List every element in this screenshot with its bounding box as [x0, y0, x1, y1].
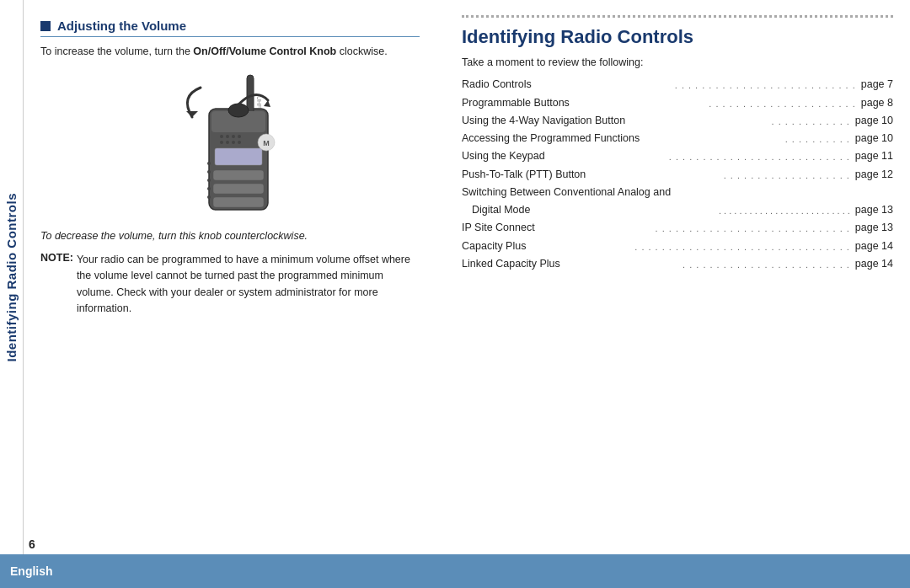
language-label: English: [10, 564, 53, 578]
para1-text: To increase the volume, turn the: [40, 45, 193, 57]
toc-row-4: Using the Keypad . . . . . . . . . . . .…: [462, 147, 893, 165]
toc-row-0: Radio Controls . . . . . . . . . . . . .…: [462, 76, 893, 94]
para1-end: clockwise.: [336, 45, 387, 57]
toc-dots-3: . . . . . . . . . .: [640, 131, 852, 149]
toc-label-2: Using the 4-Way Navigation Button: [462, 112, 625, 130]
svg-point-11: [238, 141, 241, 144]
svg-text:UHF: UHF: [256, 96, 262, 108]
toc-dots-7: . . . . . . . . . . . . . . . . . . . . …: [535, 221, 852, 238]
svg-rect-13: [213, 170, 264, 180]
svg-rect-12: [215, 148, 262, 165]
toc-page-9: page 14: [855, 255, 893, 273]
toc-label-9: Linked Capacity Plus: [462, 255, 560, 273]
toc-label-3: Accessing the Programmed Functions: [462, 130, 640, 147]
toc-dots-4: . . . . . . . . . . . . . . . . . . . . …: [545, 149, 852, 167]
left-section-header: Adjusting the Volume: [40, 19, 420, 37]
toc-label-5: Push-To-Talk (PTT) Button: [462, 166, 586, 184]
toc-row-2: Using the 4-Way Navigation Button . . . …: [462, 112, 893, 130]
svg-text:M: M: [263, 139, 270, 147]
toc-row-8: Capacity Plus . . . . . . . . . . . . . …: [462, 238, 893, 255]
toc-label-1: Programmable Buttons: [462, 94, 570, 112]
toc-row-7: IP Site Connect . . . . . . . . . . . . …: [462, 219, 893, 237]
toc-dots-9: . . . . . . . . . . . . . . . . . . . . …: [560, 257, 852, 275]
para2: To decrease the volume, turn this knob c…: [40, 228, 420, 244]
bottom-bar: English: [0, 554, 910, 588]
toc-list: Radio Controls . . . . . . . . . . . . .…: [462, 76, 893, 273]
svg-point-6: [232, 135, 235, 138]
toc-label-0: Radio Controls: [462, 76, 532, 94]
toc-intro: Take a moment to review the following:: [462, 55, 893, 71]
toc-dots-2: . . . . . . . . . . . .: [625, 114, 852, 131]
radio-illustration: UHF M: [146, 71, 314, 218]
toc-page-7: page 13: [855, 219, 893, 237]
svg-point-7: [238, 135, 241, 138]
para1-bold: On/Off/Volume Control Knob: [193, 45, 336, 57]
svg-point-23: [207, 179, 211, 182]
toc-label-4: Using the Keypad: [462, 147, 545, 165]
toc-page-1: page 8: [861, 94, 893, 112]
toc-page-4: page 11: [855, 147, 893, 165]
sidebar-label: Identifying Radio Controls: [4, 193, 19, 362]
main-content: Adjusting the Volume To increase the vol…: [24, 0, 910, 554]
svg-point-22: [207, 170, 211, 174]
svg-marker-20: [264, 100, 270, 107]
svg-point-21: [207, 162, 211, 165]
svg-point-4: [220, 135, 223, 138]
svg-rect-15: [213, 197, 264, 207]
toc-dots-6: . . . . . . . . . . . . . . . . . . . . …: [530, 203, 851, 221]
toc-page-3: page 10: [855, 130, 893, 147]
svg-point-10: [232, 141, 235, 144]
toc-dots-8: . . . . . . . . . . . . . . . . . . . . …: [526, 239, 851, 257]
toc-page-0: page 7: [861, 76, 893, 94]
svg-point-24: [207, 187, 211, 190]
para1: To increase the volume, turn the On/Off/…: [40, 44, 420, 60]
svg-point-5: [226, 135, 229, 138]
svg-rect-14: [213, 184, 264, 194]
note-label: NOTE:: [40, 252, 73, 318]
svg-point-8: [220, 141, 223, 144]
radio-image: UHF M: [40, 68, 420, 220]
toc-row-6-line1: Switching Between Conventional Analog an…: [462, 184, 893, 201]
toc-row-3: Accessing the Programmed Functions . . .…: [462, 130, 893, 147]
right-column: Identifying Radio Controls Take a moment…: [436, 0, 910, 554]
section-marker: [40, 21, 51, 31]
toc-label-8: Capacity Plus: [462, 238, 526, 255]
toc-label-6b: Digital Mode: [462, 201, 530, 219]
note-text: Your radio can be programmed to have a m…: [77, 252, 420, 318]
toc-row-1: Programmable Buttons . . . . . . . . . .…: [462, 94, 893, 112]
svg-marker-19: [186, 111, 198, 117]
toc-row-9: Linked Capacity Plus . . . . . . . . . .…: [462, 255, 893, 273]
toc-label-7: IP Site Connect: [462, 219, 535, 237]
toc-page-8: page 14: [855, 238, 893, 255]
toc-row-6-line2: Digital Mode . . . . . . . . . . . . . .…: [462, 201, 893, 219]
right-col-header: Identifying Radio Controls: [462, 15, 893, 48]
svg-point-9: [226, 141, 229, 144]
right-section-title: Identifying Radio Controls: [462, 26, 893, 48]
toc-row-5: Push-To-Talk (PTT) Button . . . . . . . …: [462, 166, 893, 184]
svg-point-25: [207, 195, 211, 199]
toc-dots-1: . . . . . . . . . . . . . . . . . . . . …: [570, 96, 858, 114]
left-section-title: Adjusting the Volume: [57, 19, 186, 33]
left-column: Adjusting the Volume To increase the vol…: [24, 0, 436, 554]
toc-label-6a: Switching Between Conventional Analog an…: [462, 184, 671, 201]
toc-page-6: page 13: [855, 201, 893, 219]
sidebar: Identifying Radio Controls: [0, 0, 24, 554]
toc-dots-5: . . . . . . . . . . . . . . . . . . .: [586, 168, 852, 185]
note-section: NOTE: Your radio can be programmed to ha…: [40, 252, 420, 318]
toc-page-2: page 10: [855, 112, 893, 130]
toc-row-6: Switching Between Conventional Analog an…: [462, 184, 893, 220]
toc-page-5: page 12: [855, 166, 893, 184]
toc-dots-0: . . . . . . . . . . . . . . . . . . . . …: [532, 78, 858, 95]
